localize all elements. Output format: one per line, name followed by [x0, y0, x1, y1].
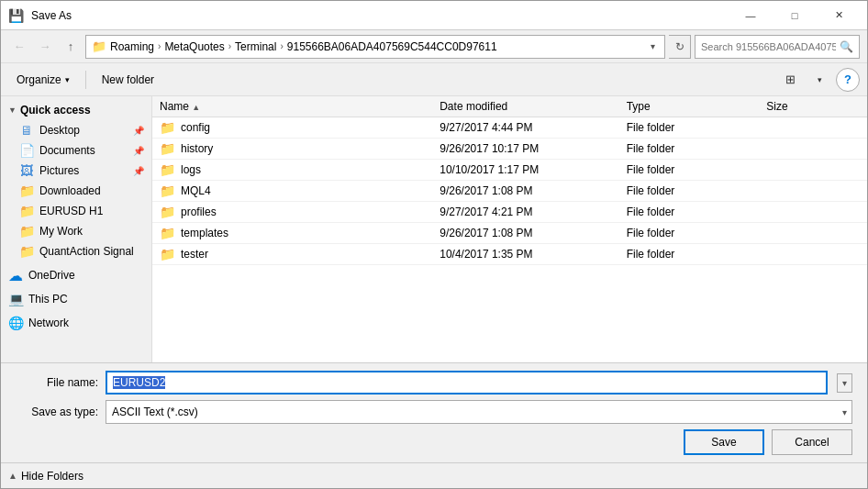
sidebar-item-quantaction[interactable]: 📁 QuantAction Signal	[1, 241, 151, 261]
back-button[interactable]: ←	[8, 36, 30, 58]
downloaded-icon: 📁	[19, 183, 34, 198]
quick-access-section: ▼ Quick access 🖥 Desktop 📌 📄 Documents 📌…	[1, 100, 151, 261]
mywork-icon: 📁	[19, 224, 34, 239]
toolbar: Organize ▾ New folder ⊞ ▾ ?	[1, 63, 867, 96]
crumb-guid[interactable]: 915566BA06ADA407569C544CC0D97611	[287, 40, 497, 53]
file-area: Name ▲ Date modified Type Size	[152, 96, 867, 362]
table-row[interactable]: 📁 history 9/26/2017 10:17 PM File folder	[152, 139, 867, 160]
hide-folders-label: Hide Folders	[21, 470, 83, 483]
column-date[interactable]: Date modified	[440, 100, 626, 113]
quick-access-chevron: ▼	[8, 106, 17, 115]
column-name[interactable]: Name ▲	[160, 100, 440, 113]
table-row[interactable]: 📁 logs 10/10/2017 1:17 PM File folder	[152, 160, 867, 181]
pin-icon-desktop: 📌	[133, 126, 144, 136]
hide-folders-button[interactable]: ▲ Hide Folders	[8, 470, 83, 483]
title-icon: 💾	[8, 8, 24, 23]
savetype-wrapper: ASCII Text (*.csv) ▾	[106, 400, 852, 424]
desktop-icon: 🖥	[19, 123, 34, 138]
quick-access-header[interactable]: ▼ Quick access	[1, 100, 151, 120]
sidebar-pictures-label: Pictures	[39, 164, 79, 177]
save-button[interactable]: Save	[684, 429, 764, 455]
onedrive-icon: ☁	[8, 268, 23, 283]
nav-bar: ← → ↑ 📁 Roaming › MetaQuotes › Terminal …	[1, 30, 867, 63]
organize-dropdown-icon: ▾	[65, 75, 70, 84]
address-bar[interactable]: 📁 Roaming › MetaQuotes › Terminal › 9155…	[85, 35, 665, 59]
pin-icon-pictures: 📌	[133, 166, 144, 176]
network-icon: 🌐	[8, 316, 23, 330]
column-type: Type	[627, 100, 767, 113]
cancel-button[interactable]: Cancel	[772, 429, 852, 455]
dialog-title: Save As	[31, 9, 72, 22]
savetype-select[interactable]: ASCII Text (*.csv)	[106, 400, 852, 424]
bottom-section: File name: ▾ Save as type: ASCII Text (*…	[1, 362, 867, 462]
sidebar-item-pictures[interactable]: 🖼 Pictures 📌	[1, 161, 151, 181]
filename-label: File name:	[16, 376, 98, 389]
close-button[interactable]: ✕	[818, 1, 860, 30]
folder-icon-row: 📁	[160, 141, 175, 156]
sidebar-mywork-label: My Work	[39, 225, 83, 238]
pictures-icon: 🖼	[19, 163, 34, 178]
savetype-label: Save as type:	[16, 406, 98, 418]
help-button[interactable]: ?	[836, 68, 860, 92]
sidebar-item-documents[interactable]: 📄 Documents 📌	[1, 140, 151, 161]
sidebar-item-thispc[interactable]: 💻 This PC	[1, 289, 151, 309]
thispc-section: 💻 This PC	[1, 289, 151, 309]
sidebar-downloaded-label: Downloaded	[39, 184, 101, 197]
sidebar-item-mywork[interactable]: 📁 My Work	[1, 221, 151, 241]
table-row[interactable]: 📁 templates 9/26/2017 1:08 PM File folde…	[152, 223, 867, 244]
filename-dropdown-arrow[interactable]: ▾	[837, 373, 852, 393]
button-row: Save Cancel	[16, 429, 852, 455]
eurusd-icon: 📁	[19, 204, 34, 218]
folder-icon-row: 📁	[160, 247, 175, 261]
organize-button[interactable]: Organize ▾	[8, 68, 78, 92]
search-bar[interactable]: 🔍	[695, 35, 860, 59]
sidebar-quantaction-label: QuantAction Signal	[39, 245, 134, 258]
toolbar-separator	[85, 71, 86, 89]
search-icon: 🔍	[840, 40, 853, 53]
sidebar: ▼ Quick access 🖥 Desktop 📌 📄 Documents 📌…	[1, 96, 152, 362]
column-size: Size	[766, 100, 860, 113]
network-section: 🌐 Network	[1, 313, 151, 333]
main-content: ▼ Quick access 🖥 Desktop 📌 📄 Documents 📌…	[1, 96, 867, 362]
folder-icon: 📁	[92, 39, 106, 53]
table-row[interactable]: 📁 profiles 9/27/2017 4:21 PM File folder	[152, 202, 867, 223]
sidebar-onedrive-label: OneDrive	[28, 269, 75, 282]
sidebar-desktop-label: Desktop	[39, 124, 80, 137]
up-button[interactable]: ↑	[60, 36, 82, 58]
sidebar-documents-label: Documents	[39, 144, 95, 157]
new-folder-button[interactable]: New folder	[94, 68, 162, 92]
view-icon: ⊞	[785, 72, 796, 86]
address-dropdown-arrow[interactable]: ▾	[647, 41, 659, 51]
folder-icon-row: 📁	[160, 226, 175, 240]
folder-icon-row: 📁	[160, 205, 175, 219]
crumb-terminal[interactable]: Terminal	[235, 40, 276, 53]
view-dropdown-button[interactable]: ▾	[807, 68, 832, 92]
table-row[interactable]: 📁 MQL4 9/26/2017 1:08 PM File folder	[152, 181, 867, 202]
quick-access-label: Quick access	[20, 104, 91, 117]
sidebar-item-network[interactable]: 🌐 Network	[1, 313, 151, 333]
search-input[interactable]	[701, 41, 836, 52]
forward-button[interactable]: →	[34, 36, 56, 58]
filename-input[interactable]	[106, 371, 828, 395]
file-table: Name ▲ Date modified Type Size	[152, 96, 867, 362]
minimize-button[interactable]: —	[729, 1, 772, 30]
sidebar-item-desktop[interactable]: 🖥 Desktop 📌	[1, 120, 151, 140]
folder-icon-row: 📁	[160, 183, 175, 198]
documents-icon: 📄	[19, 143, 34, 158]
sidebar-item-downloaded[interactable]: 📁 Downloaded	[1, 181, 151, 201]
crumb-roaming[interactable]: Roaming	[110, 40, 154, 53]
chevron-up-icon: ▲	[8, 471, 17, 481]
pin-icon-documents: 📌	[133, 146, 144, 156]
folder-icon-row: 📁	[160, 120, 175, 135]
sidebar-item-onedrive[interactable]: ☁ OneDrive	[1, 265, 151, 285]
table-row[interactable]: 📁 tester 10/4/2017 1:35 PM File folder	[152, 244, 867, 265]
maximize-button[interactable]: □	[773, 1, 816, 30]
sidebar-eurusd-label: EURUSD H1	[39, 205, 103, 217]
view-button[interactable]: ⊞	[777, 68, 803, 92]
crumb-metaquotes[interactable]: MetaQuotes	[164, 40, 224, 53]
onedrive-section: ☁ OneDrive	[1, 265, 151, 285]
table-row[interactable]: 📁 config 9/27/2017 4:44 PM File folder	[152, 117, 867, 139]
sidebar-item-eurusd[interactable]: 📁 EURUSD H1	[1, 201, 151, 221]
refresh-button[interactable]: ↻	[669, 35, 691, 59]
hide-folders-bar: ▲ Hide Folders	[1, 462, 867, 488]
